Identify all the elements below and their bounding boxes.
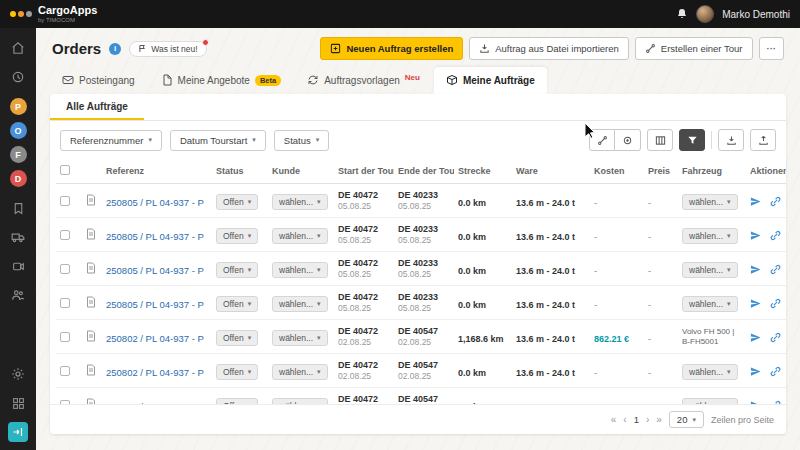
vehicle-dropdown[interactable]: wählen...▾ xyxy=(682,262,738,278)
share-link-icon[interactable] xyxy=(770,196,781,207)
vehicle-dropdown[interactable]: wählen...▾ xyxy=(682,296,738,312)
create-order-button[interactable]: Neuen Auftrag erstellen xyxy=(320,37,463,60)
bookmark-icon[interactable] xyxy=(8,198,28,218)
share-link-icon[interactable] xyxy=(770,298,781,309)
customer-dropdown[interactable]: wählen...▾ xyxy=(272,364,328,380)
column-header[interactable]: Fahrzeug xyxy=(678,159,746,184)
send-offer-icon[interactable] xyxy=(750,230,761,241)
vehicle-dropdown[interactable]: wählen...▾ xyxy=(682,228,738,244)
order-reference-link[interactable]: 250805 / PL 04-937 - P xyxy=(106,299,204,310)
send-offer-icon[interactable] xyxy=(750,366,761,377)
column-header[interactable]: Status xyxy=(212,159,268,184)
sidebar-collapse-icon[interactable] xyxy=(8,422,28,442)
whats-new-badge[interactable]: Was ist neu! xyxy=(129,41,206,57)
column-header[interactable]: Preis xyxy=(644,159,678,184)
tour-end-code: DE 40547 xyxy=(398,326,450,337)
tab-posteingang[interactable]: Posteingang xyxy=(50,67,147,94)
user-avatar[interactable] xyxy=(696,5,714,23)
column-header[interactable]: Referenz xyxy=(102,159,212,184)
column-header[interactable]: Kosten xyxy=(590,159,644,184)
send-offer-icon[interactable] xyxy=(750,196,761,207)
filter-referenznummer[interactable]: Referenznummer▾ xyxy=(60,130,162,151)
upload-button[interactable] xyxy=(750,129,776,151)
home-icon[interactable] xyxy=(8,38,28,58)
settings-gear-icon[interactable] xyxy=(8,364,28,384)
row-checkbox[interactable] xyxy=(60,230,70,240)
target-view-button[interactable] xyxy=(615,129,641,151)
pagination-current-page[interactable]: 1 xyxy=(634,415,639,425)
column-header[interactable]: Strecke xyxy=(454,159,512,184)
customer-dropdown[interactable]: wählen...▾ xyxy=(272,194,328,210)
row-checkbox[interactable] xyxy=(60,332,70,342)
create-tour-button[interactable]: Erstellen einer Tour xyxy=(635,37,753,60)
customer-dropdown[interactable]: wählen...▾ xyxy=(272,296,328,312)
video-icon[interactable] xyxy=(8,256,28,276)
history-icon[interactable] xyxy=(8,67,28,87)
share-link-icon[interactable] xyxy=(770,332,781,343)
send-offer-icon[interactable] xyxy=(750,332,761,343)
page-size-select[interactable]: 20 ▾ xyxy=(669,411,704,428)
order-reference-link[interactable]: 250805 / PL 04-937 - P xyxy=(106,265,204,276)
info-icon[interactable]: i xyxy=(109,43,121,55)
app-logo[interactable]: CargoApps by TIMOCOM xyxy=(10,5,97,23)
row-checkbox[interactable] xyxy=(60,264,70,274)
tab-meine-angebote[interactable]: Meine Angebote Beta xyxy=(149,67,294,94)
row-checkbox[interactable] xyxy=(60,196,70,206)
truck-icon[interactable] xyxy=(8,227,28,247)
download-button[interactable] xyxy=(718,129,744,151)
status-dropdown[interactable]: Offen▾ xyxy=(216,194,258,210)
order-reference-link[interactable]: 250802 / PL 04-937 - P xyxy=(106,367,204,378)
status-dropdown[interactable]: Offen▾ xyxy=(216,364,258,380)
notifications-bell-icon[interactable] xyxy=(676,8,688,20)
route-view-button[interactable] xyxy=(589,129,615,151)
sidebar-app-f[interactable]: F xyxy=(10,146,27,163)
app-subtitle: by TIMOCOM xyxy=(38,17,97,23)
column-header[interactable]: Kunde xyxy=(268,159,334,184)
sidebar-app-o[interactable]: O xyxy=(10,122,27,139)
sidebar-app-d[interactable]: D xyxy=(10,170,27,187)
filter-button[interactable] xyxy=(679,129,705,151)
row-checkbox[interactable] xyxy=(60,298,70,308)
sidebar-app-p[interactable]: P xyxy=(10,98,27,115)
order-reference-link[interactable]: 250805 / PL 04-937 - P xyxy=(106,197,204,208)
vehicle-dropdown[interactable]: wählen...▾ xyxy=(682,194,738,210)
status-dropdown[interactable]: Offen▾ xyxy=(216,262,258,278)
import-order-button[interactable]: Auftrag aus Datei importieren xyxy=(469,37,629,60)
send-offer-icon[interactable] xyxy=(750,264,761,275)
tab-meine-auftraege[interactable]: Meine Aufträge xyxy=(434,67,547,94)
chevron-down-icon: ▾ xyxy=(317,232,321,240)
pagination-last[interactable]: » xyxy=(656,415,662,425)
order-reference-link[interactable]: 250802 / PL 04-937 - P xyxy=(106,333,204,344)
share-link-icon[interactable] xyxy=(770,230,781,241)
status-dropdown[interactable]: Offen▾ xyxy=(216,296,258,312)
users-icon[interactable] xyxy=(8,285,28,305)
column-header[interactable]: Aktionen xyxy=(746,159,786,184)
status-dropdown[interactable]: Offen▾ xyxy=(216,330,258,346)
vehicle-dropdown[interactable]: wählen...▾ xyxy=(682,364,738,380)
chevron-down-icon: ▾ xyxy=(248,334,252,342)
filter-datum-tourstart[interactable]: Datum Tourstart▾ xyxy=(170,130,266,151)
customer-dropdown[interactable]: wählen...▾ xyxy=(272,262,328,278)
subtab-alle-auftraege[interactable]: Alle Aufträge xyxy=(50,94,144,120)
apps-grid-icon[interactable] xyxy=(8,393,28,413)
share-link-icon[interactable] xyxy=(770,366,781,377)
filter-status[interactable]: Status▾ xyxy=(274,130,329,151)
column-header[interactable]: Ende der Tour xyxy=(394,159,454,184)
tab-auftragsvorlagen[interactable]: Auftragsvorlagen Neu xyxy=(295,67,432,94)
pagination-next[interactable]: › xyxy=(646,415,649,425)
pagination-first[interactable]: « xyxy=(611,415,617,425)
header-more-button[interactable]: ··· xyxy=(759,37,785,60)
columns-button[interactable] xyxy=(647,129,673,151)
send-offer-icon[interactable] xyxy=(750,298,761,309)
customer-dropdown[interactable]: wählen...▾ xyxy=(272,228,328,244)
select-all-checkbox[interactable] xyxy=(60,165,70,175)
customer-dropdown[interactable]: wählen...▾ xyxy=(272,330,328,346)
pagination-prev[interactable]: ‹ xyxy=(623,415,626,425)
row-checkbox[interactable] xyxy=(60,366,70,376)
order-reference-link[interactable]: 250805 / PL 04-937 - P xyxy=(106,231,204,242)
share-link-icon[interactable] xyxy=(770,264,781,275)
user-name[interactable]: Marko Demothi xyxy=(722,9,790,20)
column-header[interactable]: Start der Tour xyxy=(334,159,394,184)
status-dropdown[interactable]: Offen▾ xyxy=(216,228,258,244)
column-header[interactable]: Ware xyxy=(512,159,590,184)
